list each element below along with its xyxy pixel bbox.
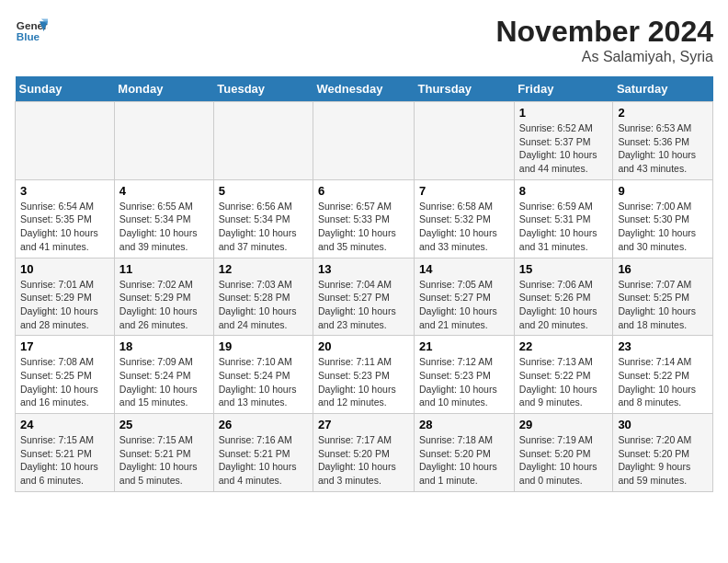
day-info: Sunrise: 7:20 AM Sunset: 5:20 PM Dayligh… bbox=[618, 433, 708, 488]
calendar-cell: 21Sunrise: 7:12 AM Sunset: 5:23 PM Dayli… bbox=[415, 336, 515, 414]
day-number: 2 bbox=[618, 106, 708, 120]
weekday-header-saturday: Saturday bbox=[613, 76, 713, 102]
day-info: Sunrise: 7:09 AM Sunset: 5:24 PM Dayligh… bbox=[119, 355, 209, 409]
month-title: November 2024 bbox=[495, 15, 713, 49]
calendar-week-row: 24Sunrise: 7:15 AM Sunset: 5:21 PM Dayli… bbox=[16, 414, 713, 492]
day-number: 16 bbox=[618, 262, 708, 276]
day-info: Sunrise: 7:10 AM Sunset: 5:24 PM Dayligh… bbox=[219, 355, 308, 409]
day-info: Sunrise: 7:12 AM Sunset: 5:23 PM Dayligh… bbox=[419, 355, 509, 409]
location: As Salamiyah, Syria bbox=[495, 49, 713, 65]
weekday-header-monday: Monday bbox=[114, 76, 213, 102]
day-number: 10 bbox=[20, 262, 109, 276]
day-number: 20 bbox=[318, 339, 409, 353]
day-info: Sunrise: 7:05 AM Sunset: 5:27 PM Dayligh… bbox=[419, 278, 509, 332]
day-info: Sunrise: 7:11 AM Sunset: 5:23 PM Dayligh… bbox=[318, 355, 409, 409]
svg-text:Blue: Blue bbox=[17, 30, 40, 42]
day-number: 21 bbox=[419, 339, 509, 353]
calendar-week-row: 17Sunrise: 7:08 AM Sunset: 5:25 PM Dayli… bbox=[16, 336, 713, 414]
day-info: Sunrise: 7:14 AM Sunset: 5:22 PM Dayligh… bbox=[618, 355, 708, 409]
page-header: General Blue November 2024 As Salamiyah,… bbox=[15, 15, 713, 65]
day-number: 27 bbox=[318, 418, 409, 431]
calendar-cell: 22Sunrise: 7:13 AM Sunset: 5:22 PM Dayli… bbox=[514, 336, 613, 414]
day-info: Sunrise: 7:15 AM Sunset: 5:21 PM Dayligh… bbox=[20, 433, 109, 488]
calendar-cell: 27Sunrise: 7:17 AM Sunset: 5:20 PM Dayli… bbox=[313, 414, 415, 492]
day-number: 12 bbox=[219, 262, 308, 276]
day-info: Sunrise: 7:08 AM Sunset: 5:25 PM Dayligh… bbox=[20, 355, 109, 409]
day-info: Sunrise: 7:03 AM Sunset: 5:28 PM Dayligh… bbox=[219, 278, 308, 332]
day-info: Sunrise: 6:52 AM Sunset: 5:37 PM Dayligh… bbox=[519, 121, 609, 176]
calendar-cell bbox=[114, 102, 213, 180]
calendar-cell: 20Sunrise: 7:11 AM Sunset: 5:23 PM Dayli… bbox=[313, 336, 415, 414]
day-number: 17 bbox=[20, 339, 109, 353]
day-number: 26 bbox=[219, 418, 308, 431]
day-info: Sunrise: 7:04 AM Sunset: 5:27 PM Dayligh… bbox=[318, 278, 409, 332]
calendar-cell: 17Sunrise: 7:08 AM Sunset: 5:25 PM Dayli… bbox=[16, 336, 115, 414]
calendar-cell: 10Sunrise: 7:01 AM Sunset: 5:29 PM Dayli… bbox=[16, 258, 115, 336]
day-number: 30 bbox=[618, 418, 708, 431]
calendar-cell: 24Sunrise: 7:15 AM Sunset: 5:21 PM Dayli… bbox=[16, 414, 115, 492]
logo-icon: General Blue bbox=[15, 15, 48, 48]
day-number: 5 bbox=[219, 184, 308, 198]
day-number: 23 bbox=[618, 339, 708, 353]
day-info: Sunrise: 7:19 AM Sunset: 5:20 PM Dayligh… bbox=[519, 433, 609, 488]
day-info: Sunrise: 7:07 AM Sunset: 5:25 PM Dayligh… bbox=[618, 278, 708, 332]
day-info: Sunrise: 7:01 AM Sunset: 5:29 PM Dayligh… bbox=[20, 278, 109, 332]
calendar-cell: 3Sunrise: 6:54 AM Sunset: 5:35 PM Daylig… bbox=[16, 179, 115, 258]
day-number: 1 bbox=[519, 106, 609, 120]
title-block: November 2024 As Salamiyah, Syria bbox=[495, 15, 713, 65]
calendar-cell: 25Sunrise: 7:15 AM Sunset: 5:21 PM Dayli… bbox=[114, 414, 213, 492]
logo: General Blue bbox=[15, 15, 48, 48]
calendar-cell bbox=[313, 102, 415, 180]
day-number: 6 bbox=[318, 184, 409, 198]
calendar-cell: 23Sunrise: 7:14 AM Sunset: 5:22 PM Dayli… bbox=[613, 336, 713, 414]
day-number: 8 bbox=[519, 184, 609, 198]
day-number: 14 bbox=[419, 262, 509, 276]
day-info: Sunrise: 7:18 AM Sunset: 5:20 PM Dayligh… bbox=[419, 433, 509, 488]
day-info: Sunrise: 7:16 AM Sunset: 5:21 PM Dayligh… bbox=[219, 433, 308, 488]
day-info: Sunrise: 6:57 AM Sunset: 5:33 PM Dayligh… bbox=[318, 200, 409, 254]
day-number: 24 bbox=[20, 418, 109, 431]
calendar-cell: 7Sunrise: 6:58 AM Sunset: 5:32 PM Daylig… bbox=[415, 179, 515, 258]
weekday-header-row: SundayMondayTuesdayWednesdayThursdayFrid… bbox=[16, 76, 713, 102]
calendar-cell: 29Sunrise: 7:19 AM Sunset: 5:20 PM Dayli… bbox=[514, 414, 613, 492]
calendar-cell: 16Sunrise: 7:07 AM Sunset: 5:25 PM Dayli… bbox=[613, 258, 713, 336]
day-info: Sunrise: 6:54 AM Sunset: 5:35 PM Dayligh… bbox=[20, 200, 109, 254]
day-info: Sunrise: 7:00 AM Sunset: 5:30 PM Dayligh… bbox=[618, 200, 708, 254]
calendar-cell: 2Sunrise: 6:53 AM Sunset: 5:36 PM Daylig… bbox=[613, 102, 713, 180]
day-info: Sunrise: 6:56 AM Sunset: 5:34 PM Dayligh… bbox=[219, 200, 308, 254]
calendar-cell: 26Sunrise: 7:16 AM Sunset: 5:21 PM Dayli… bbox=[213, 414, 313, 492]
day-number: 19 bbox=[219, 339, 308, 353]
day-number: 25 bbox=[119, 418, 209, 431]
day-number: 9 bbox=[618, 184, 708, 198]
day-info: Sunrise: 6:53 AM Sunset: 5:36 PM Dayligh… bbox=[618, 121, 708, 176]
day-number: 11 bbox=[119, 262, 209, 276]
calendar-cell: 28Sunrise: 7:18 AM Sunset: 5:20 PM Dayli… bbox=[415, 414, 515, 492]
day-number: 29 bbox=[519, 418, 609, 431]
day-number: 3 bbox=[20, 184, 109, 198]
calendar-cell: 13Sunrise: 7:04 AM Sunset: 5:27 PM Dayli… bbox=[313, 258, 415, 336]
calendar-cell bbox=[415, 102, 515, 180]
calendar-cell: 19Sunrise: 7:10 AM Sunset: 5:24 PM Dayli… bbox=[213, 336, 313, 414]
calendar-cell: 12Sunrise: 7:03 AM Sunset: 5:28 PM Dayli… bbox=[213, 258, 313, 336]
calendar-cell: 1Sunrise: 6:52 AM Sunset: 5:37 PM Daylig… bbox=[514, 102, 613, 180]
calendar-week-row: 1Sunrise: 6:52 AM Sunset: 5:37 PM Daylig… bbox=[16, 102, 713, 180]
weekday-header-tuesday: Tuesday bbox=[213, 76, 313, 102]
weekday-header-thursday: Thursday bbox=[415, 76, 515, 102]
day-number: 15 bbox=[519, 262, 609, 276]
calendar-cell: 18Sunrise: 7:09 AM Sunset: 5:24 PM Dayli… bbox=[114, 336, 213, 414]
day-number: 22 bbox=[519, 339, 609, 353]
calendar-cell: 14Sunrise: 7:05 AM Sunset: 5:27 PM Dayli… bbox=[415, 258, 515, 336]
calendar-cell bbox=[213, 102, 313, 180]
day-info: Sunrise: 6:59 AM Sunset: 5:31 PM Dayligh… bbox=[519, 200, 609, 254]
calendar-cell: 9Sunrise: 7:00 AM Sunset: 5:30 PM Daylig… bbox=[613, 179, 713, 258]
calendar-week-row: 10Sunrise: 7:01 AM Sunset: 5:29 PM Dayli… bbox=[16, 258, 713, 336]
weekday-header-wednesday: Wednesday bbox=[313, 76, 415, 102]
calendar-cell: 15Sunrise: 7:06 AM Sunset: 5:26 PM Dayli… bbox=[514, 258, 613, 336]
day-number: 13 bbox=[318, 262, 409, 276]
calendar-cell bbox=[16, 102, 115, 180]
calendar-table: SundayMondayTuesdayWednesdayThursdayFrid… bbox=[15, 76, 713, 492]
day-info: Sunrise: 7:15 AM Sunset: 5:21 PM Dayligh… bbox=[119, 433, 209, 488]
calendar-cell: 6Sunrise: 6:57 AM Sunset: 5:33 PM Daylig… bbox=[313, 179, 415, 258]
day-info: Sunrise: 7:17 AM Sunset: 5:20 PM Dayligh… bbox=[318, 433, 409, 488]
calendar-cell: 4Sunrise: 6:55 AM Sunset: 5:34 PM Daylig… bbox=[114, 179, 213, 258]
